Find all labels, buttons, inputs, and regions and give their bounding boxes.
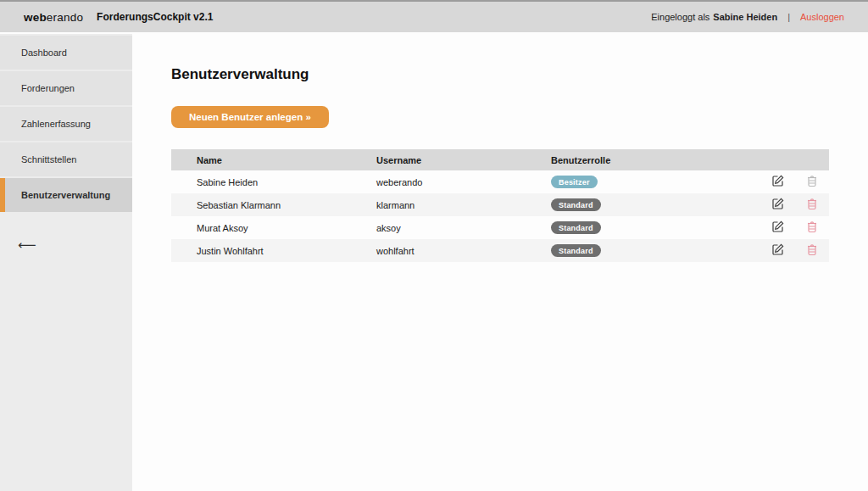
trash-icon bbox=[806, 174, 818, 190]
sidebar-item-dashboard[interactable]: Dashboard bbox=[0, 36, 132, 70]
weberando-logo[interactable]: weberando bbox=[24, 11, 83, 24]
table-header-row: Name Username Benutzerrolle bbox=[171, 149, 829, 170]
sidebar-item-schnittstellen[interactable]: Schnittstellen bbox=[0, 142, 132, 176]
session-info: Eingeloggt als Sabine Heiden | Ausloggen bbox=[651, 12, 844, 22]
delete-user-button[interactable] bbox=[806, 220, 818, 236]
role-badge: Besitzer bbox=[551, 176, 598, 188]
trash-icon bbox=[806, 197, 818, 213]
sidebar-item-label: Schnittstellen bbox=[21, 154, 76, 165]
sidebar-item-label: Benutzerverwaltung bbox=[21, 190, 110, 200]
logo-bold-part: web bbox=[24, 11, 47, 24]
role-badge: Standard bbox=[551, 244, 601, 257]
sidebar-item-label: Forderungen bbox=[21, 83, 75, 93]
logged-in-username: Sabine Heiden bbox=[713, 12, 777, 22]
main-content: Benutzerverwaltung Neuen Benutzer anlege… bbox=[132, 34, 868, 491]
logo-regular-part: erando bbox=[47, 11, 83, 24]
role-badge: Standard bbox=[551, 198, 601, 211]
edit-user-button[interactable] bbox=[771, 220, 785, 236]
trash-icon bbox=[806, 220, 818, 236]
delete-user-button[interactable] bbox=[806, 197, 818, 213]
new-user-button[interactable]: Neuen Benutzer anlegen » bbox=[171, 106, 329, 128]
sidebar-item-forderungen[interactable]: Forderungen bbox=[0, 71, 132, 105]
sidebar-item-label: Dashboard bbox=[21, 47, 67, 58]
cell-username: weberando bbox=[376, 177, 551, 187]
user-table: Name Username Benutzerrolle Sabine Heide… bbox=[171, 149, 829, 262]
edit-user-button[interactable] bbox=[771, 174, 785, 190]
sidebar-item-label: Zahlenerfassung bbox=[21, 119, 91, 129]
cell-username: wohlfahrt bbox=[376, 246, 551, 256]
trash-icon bbox=[806, 243, 818, 259]
cell-name: Murat Aksoy bbox=[171, 223, 376, 233]
logout-link[interactable]: Ausloggen bbox=[800, 12, 844, 22]
table-row: Murat Aksoy aksoy Standard bbox=[171, 216, 829, 239]
app-title: ForderungsCockpit v2.1 bbox=[97, 11, 213, 23]
sidebar-collapse-arrow-icon[interactable]: ⟵ bbox=[18, 237, 36, 253]
column-header-name: Name bbox=[171, 155, 376, 165]
delete-user-button[interactable] bbox=[806, 243, 818, 259]
cell-name: Sebastian Klarmann bbox=[171, 200, 376, 210]
page-title: Benutzerverwaltung bbox=[171, 66, 829, 83]
sidebar-item-benutzerverwaltung[interactable]: Benutzerverwaltung bbox=[0, 178, 132, 212]
cell-name: Sabine Heiden bbox=[171, 177, 376, 187]
edit-pencil-icon bbox=[771, 197, 785, 213]
top-header-bar: weberando ForderungsCockpit v2.1 Eingelo… bbox=[0, 0, 868, 32]
edit-user-button[interactable] bbox=[771, 243, 785, 259]
edit-pencil-icon bbox=[771, 243, 785, 259]
logged-in-prefix: Eingeloggt als bbox=[651, 12, 709, 22]
column-header-benutzerrolle: Benutzerrolle bbox=[551, 155, 761, 165]
cell-username: aksoy bbox=[376, 223, 551, 233]
cell-name: Justin Wohlfahrt bbox=[171, 246, 376, 256]
sidebar-item-zahlenerfassung[interactable]: Zahlenerfassung bbox=[0, 107, 132, 141]
table-row: Sabine Heiden weberando Besitzer bbox=[171, 170, 829, 193]
sidebar: Dashboard Forderungen Zahlenerfassung Sc… bbox=[0, 34, 132, 491]
edit-user-button[interactable] bbox=[771, 197, 785, 213]
sidebar-nav: Dashboard Forderungen Zahlenerfassung Sc… bbox=[0, 34, 132, 212]
delete-user-button-disabled bbox=[806, 174, 818, 190]
table-row: Sebastian Klarmann klarmann Standard bbox=[171, 193, 829, 216]
column-header-username: Username bbox=[376, 155, 551, 165]
role-badge: Standard bbox=[551, 221, 601, 234]
table-row: Justin Wohlfahrt wohlfahrt Standard bbox=[171, 239, 829, 262]
separator: | bbox=[787, 12, 790, 22]
edit-pencil-icon bbox=[771, 220, 785, 236]
edit-pencil-icon bbox=[771, 174, 785, 190]
cell-username: klarmann bbox=[376, 200, 551, 210]
